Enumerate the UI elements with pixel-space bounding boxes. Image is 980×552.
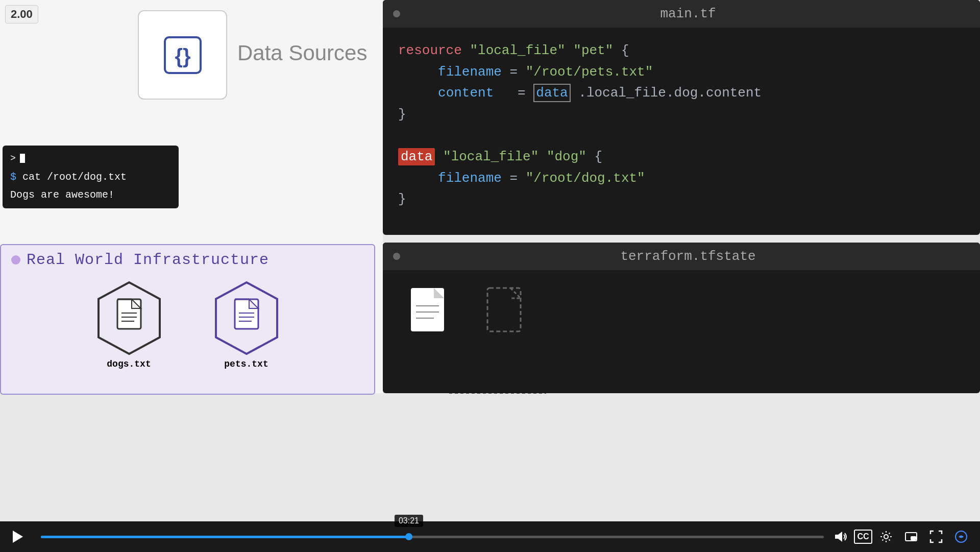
main-tf-header: main.tf <box>383 0 980 28</box>
progress-fill <box>41 536 409 538</box>
code-line-3: content = data .local_file.dog.content <box>398 83 965 104</box>
terminal-prompt: > <box>10 153 16 163</box>
control-buttons: CC <box>829 525 980 548</box>
main-tf-panel: main.tf resource "local_file" "pet" { fi… <box>383 0 980 235</box>
tfstate-doc-dashed <box>485 285 531 349</box>
next-button[interactable] <box>950 525 972 548</box>
keyword-resource: resource <box>398 43 462 58</box>
svg-rect-28 <box>487 288 521 331</box>
terminal: > $ cat /root/dog.txt Dogs are awesome! <box>3 146 179 208</box>
dogs-txt-label: dogs.txt <box>107 359 151 369</box>
code-line-4: } <box>398 104 965 126</box>
play-button[interactable] <box>0 521 36 552</box>
code-content: resource "local_file" "pet" { filename =… <box>383 28 980 223</box>
data-sources-section: {} Data Sources <box>138 10 367 100</box>
dogs-hexagon <box>91 280 167 356</box>
version-badge: 2.00 <box>5 5 38 23</box>
code-line-1: resource "local_file" "pet" { <box>398 40 965 62</box>
data-sources-icon-box: {} <box>138 10 227 100</box>
real-world-section: Real World Infrastructure <box>0 244 375 395</box>
terminal-output: Dogs are awesome! <box>10 189 171 201</box>
real-world-title: Real World Infrastructure <box>27 251 269 269</box>
main-tf-title: main.tf <box>406 6 970 21</box>
progress-thumb[interactable] <box>405 533 412 540</box>
terminal-header: > <box>10 153 171 163</box>
svg-text:{}: {} <box>175 45 190 67</box>
code-line-8: } <box>398 189 965 210</box>
fullscreen-button[interactable] <box>925 525 947 548</box>
svg-rect-19 <box>235 299 258 329</box>
time-tooltip: 03:21 <box>395 515 423 527</box>
tfstate-docs <box>383 270 980 364</box>
settings-button[interactable] <box>875 525 897 548</box>
data-keyword-highlight: data <box>398 148 435 165</box>
code-line-6: data "local_file" "dog" { <box>398 147 965 168</box>
dogs-txt-file: dogs.txt <box>91 280 167 369</box>
volume-button[interactable] <box>829 525 851 548</box>
play-icon <box>13 531 23 543</box>
braces-icon: {} <box>162 35 203 76</box>
panel-dot <box>393 10 400 17</box>
code-line-7: filename = "/root/dog.txt" <box>398 168 965 189</box>
progress-bar[interactable]: 03:21 <box>41 536 824 538</box>
code-line-5 <box>398 125 965 147</box>
tfstate-title: terraform.tfstate <box>406 249 970 264</box>
data-box-inline: data <box>533 84 570 102</box>
hex-files-container: dogs.txt pets.txt <box>1 280 374 369</box>
tfstate-panel: terraform.tfstate <box>383 243 980 393</box>
video-controls[interactable]: 03:21 CC <box>0 521 980 552</box>
pip-button[interactable] <box>900 525 922 548</box>
svg-rect-13 <box>117 299 141 329</box>
svg-point-30 <box>884 535 888 539</box>
terminal-command: $ cat /root/dog.txt <box>10 171 171 183</box>
pets-txt-file: pets.txt <box>208 280 285 369</box>
real-world-dot <box>11 255 20 265</box>
pets-hexagon <box>208 280 285 356</box>
tfstate-dot <box>393 253 400 260</box>
tfstate-doc-solid <box>408 285 454 349</box>
svg-rect-32 <box>911 537 916 540</box>
dollar-sign: $ <box>10 171 16 183</box>
cc-button[interactable]: CC <box>854 530 872 544</box>
left-panel: {} Data Sources > $ cat /root/dog.txt Do… <box>0 0 383 393</box>
terminal-command-text: cat /root/dog.txt <box>22 171 127 183</box>
terminal-cursor <box>20 154 25 163</box>
progress-container[interactable]: 03:21 <box>36 521 829 552</box>
pets-txt-label: pets.txt <box>224 359 268 369</box>
code-line-2: filename = "/root/pets.txt" <box>398 62 965 83</box>
real-world-header: Real World Infrastructure <box>1 245 374 275</box>
svg-marker-29 <box>835 532 842 542</box>
tfstate-header: terraform.tfstate <box>383 243 980 270</box>
data-sources-title: Data Sources <box>237 41 367 65</box>
